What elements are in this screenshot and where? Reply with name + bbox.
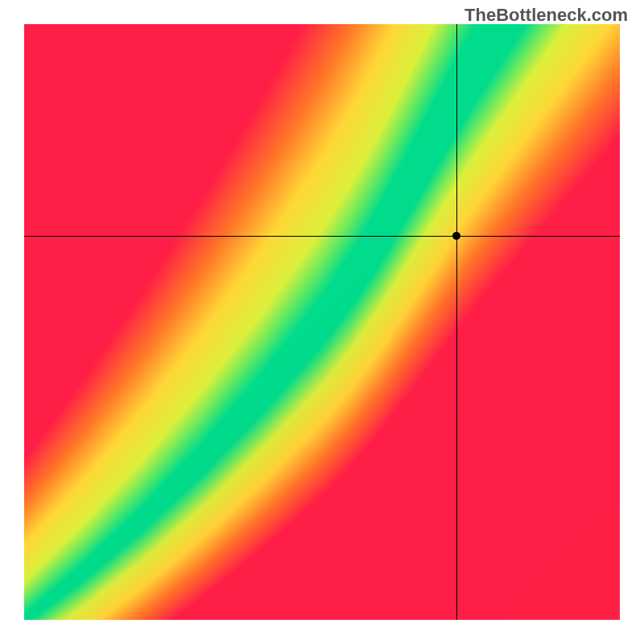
data-point-marker xyxy=(452,232,460,240)
heatmap-canvas xyxy=(24,24,620,620)
heatmap-chart xyxy=(24,24,620,620)
watermark-text: TheBottleneck.com xyxy=(464,5,628,26)
crosshair-horizontal xyxy=(24,236,620,237)
crosshair-vertical xyxy=(456,24,457,620)
